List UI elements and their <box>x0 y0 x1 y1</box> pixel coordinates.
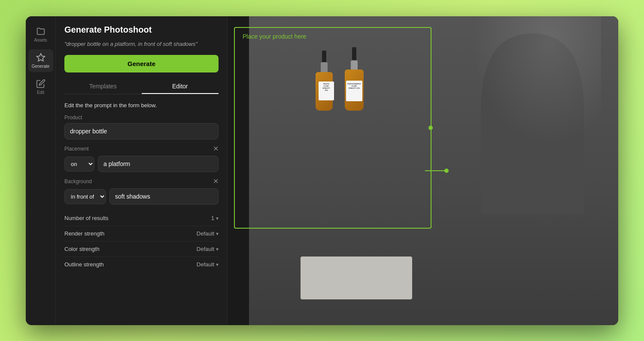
tabs-container: Templates Editor <box>64 79 219 94</box>
placement-value-input[interactable] <box>98 156 219 172</box>
render-strength-label: Render strength <box>64 230 104 237</box>
drag-handle[interactable] <box>428 126 433 130</box>
product-label: Product <box>64 115 219 121</box>
app-container: Assets Generate Edit Generate Photoshoot… <box>26 16 618 325</box>
prompt-preview: "dropper bottle on a platform, in front … <box>64 40 219 48</box>
main-canvas-area: PHOTOFLUIDOPACITY13% Place your product … <box>228 16 618 325</box>
arch-svg-right <box>472 25 592 214</box>
placement-section-header: Placement ✕ <box>64 145 219 152</box>
tab-editor[interactable]: Editor <box>142 79 219 94</box>
connector-line <box>425 170 447 171</box>
placement-row: on <box>64 156 219 172</box>
number-of-results-value[interactable]: 1 ▾ <box>211 215 219 221</box>
sidebar-item-generate[interactable]: Generate <box>28 49 53 72</box>
product-input[interactable] <box>64 123 219 139</box>
chevron-down-icon: ▾ <box>216 215 219 221</box>
placement-label: Placement <box>64 146 89 152</box>
panel-title: Generate Photoshoot <box>64 25 219 35</box>
canvas-content: PHOTOFLUIDOPACITY13% Place your product … <box>228 16 618 325</box>
background-section-header: Background ✕ <box>64 178 219 185</box>
placement-close-button[interactable]: ✕ <box>213 145 219 152</box>
tab-templates[interactable]: Templates <box>64 79 142 94</box>
chevron-down-icon-2: ▾ <box>216 231 219 237</box>
number-of-results-label: Number of results <box>64 215 109 221</box>
left-panel: Generate Photoshoot "dropper bottle on a… <box>56 16 228 325</box>
generate-button[interactable]: Generate <box>64 55 219 72</box>
color-strength-value[interactable]: Default ▾ <box>197 246 219 252</box>
product-placement-box[interactable]: Place your product here <box>234 27 431 229</box>
connector-dot <box>444 169 449 173</box>
render-strength-value[interactable]: Default ▾ <box>197 230 219 237</box>
outline-strength-value[interactable]: Default ▾ <box>197 261 219 268</box>
chevron-down-icon-3: ▾ <box>216 246 219 252</box>
placement-hint-label: Place your product here <box>243 33 307 40</box>
sidebar: Assets Generate Edit <box>26 16 56 325</box>
chevron-down-icon-4: ▾ <box>216 262 219 268</box>
sidebar-item-edit[interactable]: Edit <box>28 75 53 98</box>
edit-prompt-label: Edit the the prompt in the form below. <box>64 102 219 109</box>
settings-row-number-of-results: Number of results 1 ▾ <box>64 211 219 226</box>
background-label: Background <box>64 178 92 184</box>
background-value-input[interactable] <box>109 188 219 205</box>
outline-strength-label: Outline strength <box>64 261 104 268</box>
background-row: in front of <box>64 188 219 205</box>
placement-preposition-select[interactable]: on <box>64 157 94 172</box>
sidebar-edit-label: Edit <box>37 90 44 95</box>
sidebar-assets-label: Assets <box>34 38 47 42</box>
color-strength-label: Color strength <box>64 246 100 252</box>
settings-row-outline-strength: Outline strength Default ▾ <box>64 257 219 272</box>
sidebar-generate-label: Generate <box>32 64 50 69</box>
background-close-button[interactable]: ✕ <box>213 178 219 185</box>
settings-row-color-strength: Color strength Default ▾ <box>64 241 219 257</box>
background-preposition-select[interactable]: in front of <box>64 189 106 204</box>
sidebar-item-assets[interactable]: Assets <box>28 23 53 46</box>
settings-row-render-strength: Render strength Default ▾ <box>64 226 219 241</box>
